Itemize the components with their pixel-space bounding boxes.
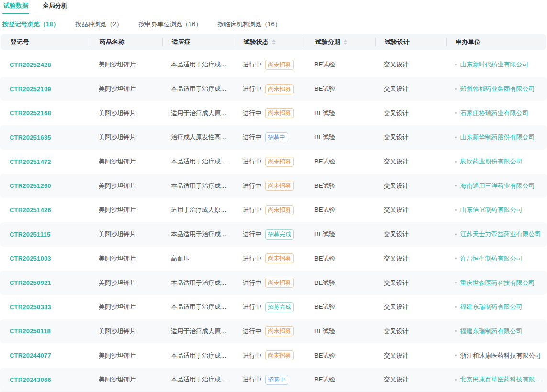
sponsor-link: 浙江和沐康医药科技有限公司	[460, 351, 541, 360]
registration-number-link[interactable]: CTR20251115	[10, 231, 50, 238]
column-header-trial-status: 试验状态	[234, 34, 306, 50]
trial-status: 进行中	[243, 375, 261, 384]
top-tab-bar: 试验数据 全局分析	[0, 0, 547, 14]
tab-trial-data[interactable]: 试验数据	[2, 0, 29, 14]
bullet-icon: •	[455, 134, 457, 141]
table-row[interactable]: CTR20251115 美阿沙坦钾片 本品适用于治疗成… 进行中 招募完成 BE…	[0, 222, 547, 247]
sponsor-link[interactable]: 山东新华制药股份有限公司	[460, 133, 535, 142]
registration-number-link[interactable]: CTR20250118	[10, 327, 51, 335]
sponsor-link[interactable]: 福建东瑞制药有限公司	[460, 303, 523, 311]
column-header-drug-name: 药品名称	[90, 34, 162, 50]
column-label: 适应症	[172, 38, 190, 46]
trial-design: 交叉设计	[384, 157, 409, 166]
subtab-by-institution[interactable]: 按临床机构浏览（16）	[218, 20, 280, 29]
indication: 本品适用于治疗成…	[171, 351, 227, 360]
bullet-icon: •	[455, 158, 457, 165]
trial-design: 交叉设计	[384, 230, 409, 239]
table-row[interactable]: CTR20251003 美阿沙坦钾片 高血压 进行中 尚未招募 BE试验 交叉设…	[0, 247, 547, 271]
table-row[interactable]: CTR20250333 美阿沙坦钾片 本品适用于治疗成… 进行中 招募完成 BE…	[0, 295, 547, 319]
registration-number-link[interactable]: CTR20244077	[10, 352, 51, 359]
sponsor-link[interactable]: 辰欣药业股份有限公司	[460, 157, 523, 166]
status-badge: 招募完成	[265, 302, 294, 312]
trial-phase: BE试验	[314, 133, 335, 142]
registration-number-link[interactable]: CTR20252109	[10, 86, 51, 93]
trial-phase: BE试验	[314, 303, 335, 311]
trial-design: 交叉设计	[384, 109, 409, 118]
sponsor-link[interactable]: 福建东瑞制药有限公司	[460, 327, 523, 336]
bullet-icon: •	[455, 255, 457, 262]
registration-number-link[interactable]: CTR20250333	[10, 304, 51, 311]
bullet-icon: •	[455, 327, 457, 335]
tab-global-analysis[interactable]: 全局分析	[42, 0, 68, 14]
registration-number-link[interactable]: CTR20250921	[10, 279, 51, 286]
drug-name: 美阿沙坦钾片	[99, 109, 136, 118]
sub-tab-bar: 按登记号浏览（18） 按品种浏览（2） 按申办单位浏览（16） 按临床机构浏览（…	[0, 14, 547, 34]
sponsor-link[interactable]: 北京民康百草医药科技有限…	[460, 375, 541, 384]
status-badge: 尚未招募	[265, 157, 294, 167]
registration-number-link[interactable]: CTR20251260	[10, 182, 51, 189]
drug-name: 美阿沙坦钾片	[99, 157, 136, 166]
registration-number-link[interactable]: CTR20251635	[10, 134, 51, 141]
column-header-registration: 登记号	[1, 34, 90, 50]
table-row[interactable]: CTR20243066 美阿沙坦钾片 本品适用于治疗成… 进行中 招募中 BE试…	[0, 368, 547, 392]
sponsor-link[interactable]: 江苏天士力帝益药业有限公司	[460, 230, 541, 239]
subtab-by-registration[interactable]: 按登记号浏览（18）	[2, 20, 59, 29]
sort-icon[interactable]	[344, 39, 347, 45]
table-row[interactable]: CTR20252428 美阿沙坦钾片 本品适用于治疗成… 进行中 尚未招募 BE…	[0, 53, 547, 77]
table-row[interactable]: CTR20251635 美阿沙坦钾片 治疗成人原发性高… 进行中 招募中 BE试…	[0, 125, 547, 150]
table-row[interactable]: CTR20250921 美阿沙坦钾片 本品适用于治疗成… 进行中 尚未招募 BE…	[0, 271, 547, 295]
indication: 本品适用于治疗成…	[171, 230, 227, 239]
drug-name: 美阿沙坦钾片	[99, 206, 136, 214]
bullet-icon: •	[455, 352, 457, 359]
bullet-icon: •	[455, 207, 457, 214]
trial-status: 进行中	[243, 157, 261, 166]
table-row[interactable]: CTR20252109 美阿沙坦钾片 本品适用于治疗成… 进行中 尚未招募 BE…	[0, 77, 547, 101]
registration-number-link[interactable]: CTR20252428	[10, 61, 51, 68]
registration-number-link[interactable]: CTR20251426	[10, 207, 51, 214]
indication: 适用于治疗成人原…	[171, 327, 227, 336]
sort-icon[interactable]	[272, 39, 276, 45]
trial-status: 进行中	[243, 327, 261, 336]
trial-phase: BE试验	[314, 230, 335, 239]
indication: 本品适用于治疗成…	[171, 85, 227, 93]
subtab-by-sponsor[interactable]: 按申办单位浏览（16）	[139, 20, 201, 29]
column-label: 试验设计	[385, 38, 410, 46]
sponsor-link[interactable]: 石家庄格瑞药业有限公司	[460, 109, 529, 118]
sponsor-link[interactable]: 郑州韩都药业集团有限公司	[460, 85, 535, 93]
trial-status: 进行中	[243, 206, 261, 214]
registration-number-link[interactable]: CTR20251003	[10, 255, 51, 262]
indication: 适用于治疗成人原…	[171, 109, 227, 118]
registration-number-link[interactable]: CTR20243066	[10, 376, 51, 383]
subtab-by-variety[interactable]: 按品种浏览（2）	[75, 20, 122, 29]
column-label: 登记号	[11, 38, 29, 46]
bullet-icon: •	[455, 182, 457, 189]
sponsor-link[interactable]: 许昌恒生制药有限公司	[460, 254, 523, 263]
table-row[interactable]: CTR20251260 美阿沙坦钾片 本品适用于治疗成… 进行中 尚未招募 BE…	[0, 174, 547, 198]
trial-status: 进行中	[243, 109, 261, 118]
drug-name: 美阿沙坦钾片	[99, 303, 136, 311]
trial-data-page: 试验数据 全局分析 按登记号浏览（18） 按品种浏览（2） 按申办单位浏览（16…	[0, 0, 547, 392]
trial-phase: BE试验	[314, 279, 335, 287]
indication: 本品适用于治疗成…	[171, 303, 227, 311]
registration-number-link[interactable]: CTR20251472	[10, 158, 51, 165]
drug-name: 美阿沙坦钾片	[99, 60, 136, 69]
trial-design: 交叉设计	[384, 182, 409, 190]
table-row[interactable]: CTR20250118 美阿沙坦钾片 适用于治疗成人原… 进行中 尚未招募 BE…	[0, 319, 547, 344]
sponsor-link[interactable]: 重庆世森医药科技有限公司	[460, 279, 535, 287]
trial-phase: BE试验	[314, 254, 335, 263]
trial-design: 交叉设计	[384, 85, 409, 93]
registration-number-link[interactable]: CTR20252168	[10, 109, 51, 117]
status-badge: 尚未招募	[265, 84, 294, 94]
table-row[interactable]: CTR20252168 美阿沙坦钾片 适用于治疗成人原… 进行中 尚未招募 BE…	[0, 101, 547, 125]
sponsor-link[interactable]: 山东新时代药业有限公司	[460, 60, 529, 69]
sponsor-link[interactable]: 山东信谊制药有限公司	[460, 206, 523, 214]
table-row[interactable]: CTR20251426 美阿沙坦钾片 适用于治疗成人原… 进行中 尚未招募 BE…	[0, 198, 547, 222]
sponsor-link[interactable]: 海南通用三洋药业有限公司	[460, 182, 535, 190]
drug-name: 美阿沙坦钾片	[99, 327, 136, 336]
status-badge: 尚未招募	[265, 350, 294, 360]
table-row[interactable]: CTR20251472 美阿沙坦钾片 本品适用于治疗成… 进行中 尚未招募 BE…	[0, 150, 547, 174]
bullet-icon: •	[455, 376, 457, 383]
bullet-icon: •	[455, 86, 457, 93]
column-label: 试验状态	[244, 38, 268, 46]
table-row[interactable]: CTR20244077 美阿沙坦钾片 本品适用于治疗成… 进行中 尚未招募 BE…	[0, 343, 547, 368]
